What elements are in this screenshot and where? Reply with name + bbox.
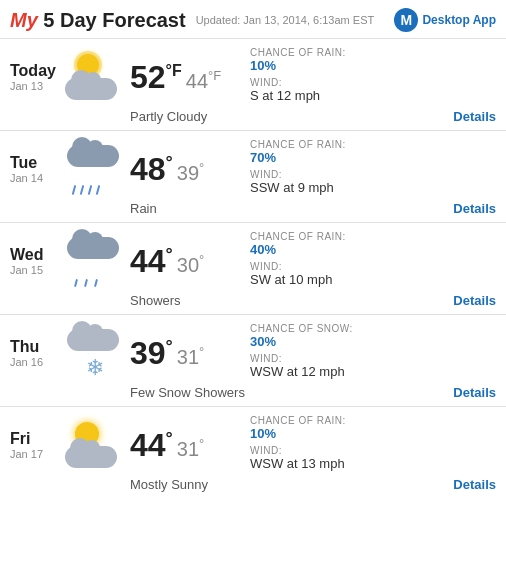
weather-details: CHANCE OF SNOW: 30% WIND: WSW at 12 mph (240, 323, 496, 383)
day-subrow: Showers Details (10, 293, 496, 308)
day-subrow: Partly Cloudy Details (10, 109, 496, 124)
temperature-display: 48° 39° (130, 153, 240, 185)
day-name: Fri (10, 430, 60, 448)
details-link[interactable]: Details (453, 385, 496, 400)
wind-block: WIND: WSW at 12 mph (250, 353, 496, 379)
day-label: Tue Jan 14 (10, 154, 60, 184)
precip-value: 10% (250, 58, 496, 73)
temp-high: 44° (130, 429, 173, 461)
details-link[interactable]: Details (453, 477, 496, 492)
header: My 5 Day Forecast Updated: Jan 13, 2014,… (0, 0, 506, 39)
precip-label: CHANCE OF RAIN: (250, 47, 496, 58)
temp-low: 30° (177, 253, 204, 275)
temp-low: 39° (177, 161, 204, 183)
day-date: Jan 16 (10, 356, 60, 368)
details-link[interactable]: Details (453, 293, 496, 308)
precipitation-block: CHANCE OF SNOW: 30% (250, 323, 496, 349)
wind-block: WIND: WSW at 13 mph (250, 445, 496, 471)
day-row-fri: Fri Jan 17 44° 31° CHANCE OF RAIN: 10% (0, 407, 506, 498)
temperature-display: 52°F 44°F (130, 61, 240, 93)
weather-icon (60, 235, 130, 287)
temp-high: 48° (130, 153, 173, 185)
temperature-display: 44° 31° (130, 429, 240, 461)
precipitation-block: CHANCE OF RAIN: 70% (250, 139, 496, 165)
day-row-today: Today Jan 13 52°F 44°F CHANCE OF RAIN: 1… (0, 39, 506, 131)
wind-label: WIND: (250, 169, 496, 180)
forecast-title: 5 Day Forecast (43, 9, 185, 31)
precip-value: 10% (250, 426, 496, 441)
wind-value: WSW at 13 mph (250, 456, 496, 471)
temp-low: 31° (177, 345, 204, 367)
day-subrow: Few Snow Showers Details (10, 385, 496, 400)
temperature-display: 44° 30° (130, 245, 240, 277)
weather-details: CHANCE OF RAIN: 10% WIND: S at 12 mph (240, 47, 496, 107)
day-name: Thu (10, 338, 60, 356)
precipitation-block: CHANCE OF RAIN: 10% (250, 415, 496, 441)
page-title: My 5 Day Forecast (10, 9, 186, 32)
day-row-tue: Tue Jan 14 48° 39° CHANCE OF R (0, 131, 506, 223)
wind-value: WSW at 12 mph (250, 364, 496, 379)
wind-label: WIND: (250, 261, 496, 272)
precip-value: 70% (250, 150, 496, 165)
temp-low: 31° (177, 437, 204, 459)
weather-details: CHANCE OF RAIN: 40% WIND: SW at 10 mph (240, 231, 496, 291)
day-label: Today Jan 13 (10, 62, 60, 92)
wind-label: WIND: (250, 445, 496, 456)
weather-icon: ❄ (60, 327, 130, 379)
precip-value: 40% (250, 242, 496, 257)
details-link[interactable]: Details (453, 201, 496, 216)
temp-low: 44°F (186, 69, 221, 91)
precipitation-block: CHANCE OF RAIN: 10% (250, 47, 496, 73)
day-date: Jan 17 (10, 448, 60, 460)
desktop-app-label: Desktop App (422, 13, 496, 27)
condition-text: Partly Cloudy (130, 109, 207, 124)
precip-label: CHANCE OF RAIN: (250, 231, 496, 242)
temperature-display: 39° 31° (130, 337, 240, 369)
precip-value: 30% (250, 334, 496, 349)
condition-text: Showers (130, 293, 181, 308)
day-name: Today (10, 62, 60, 80)
weather-icon (60, 143, 130, 195)
wind-value: SSW at 9 mph (250, 180, 496, 195)
desktop-app-button[interactable]: M Desktop App (394, 8, 496, 32)
day-label: Thu Jan 16 (10, 338, 60, 368)
condition-text: Few Snow Showers (130, 385, 245, 400)
day-name: Wed (10, 246, 60, 264)
temp-high: 52°F (130, 61, 182, 93)
temp-high: 44° (130, 245, 173, 277)
condition-text: Rain (130, 201, 157, 216)
day-label: Fri Jan 17 (10, 430, 60, 460)
precip-label: CHANCE OF RAIN: (250, 415, 496, 426)
details-link[interactable]: Details (453, 109, 496, 124)
day-subrow: Mostly Sunny Details (10, 477, 496, 492)
precip-label: CHANCE OF SNOW: (250, 323, 496, 334)
day-date: Jan 13 (10, 80, 60, 92)
wind-label: WIND: (250, 353, 496, 364)
condition-text: Mostly Sunny (130, 477, 208, 492)
day-date: Jan 15 (10, 264, 60, 276)
brand-my: My (10, 9, 38, 31)
wind-label: WIND: (250, 77, 496, 88)
day-row-wed: Wed Jan 15 44° 30° CHANCE OF RAIN: (0, 223, 506, 315)
precipitation-block: CHANCE OF RAIN: 40% (250, 231, 496, 257)
wind-block: WIND: S at 12 mph (250, 77, 496, 103)
day-label: Wed Jan 15 (10, 246, 60, 276)
day-name: Tue (10, 154, 60, 172)
last-updated: Updated: Jan 13, 2014, 6:13am EST (196, 14, 395, 26)
precip-label: CHANCE OF RAIN: (250, 139, 496, 150)
temp-high: 39° (130, 337, 173, 369)
day-date: Jan 14 (10, 172, 60, 184)
app-logo: M (394, 8, 418, 32)
wind-value: S at 12 mph (250, 88, 496, 103)
forecast-list: Today Jan 13 52°F 44°F CHANCE OF RAIN: 1… (0, 39, 506, 498)
weather-icon (60, 422, 130, 468)
weather-details: CHANCE OF RAIN: 70% WIND: SSW at 9 mph (240, 139, 496, 199)
day-row-thu: Thu Jan 16 ❄ 39° 31° CHANCE OF SNOW: 30% (0, 315, 506, 407)
wind-value: SW at 10 mph (250, 272, 496, 287)
weather-details: CHANCE OF RAIN: 10% WIND: WSW at 13 mph (240, 415, 496, 475)
weather-icon (60, 54, 130, 100)
wind-block: WIND: SSW at 9 mph (250, 169, 496, 195)
wind-block: WIND: SW at 10 mph (250, 261, 496, 287)
day-subrow: Rain Details (10, 201, 496, 216)
